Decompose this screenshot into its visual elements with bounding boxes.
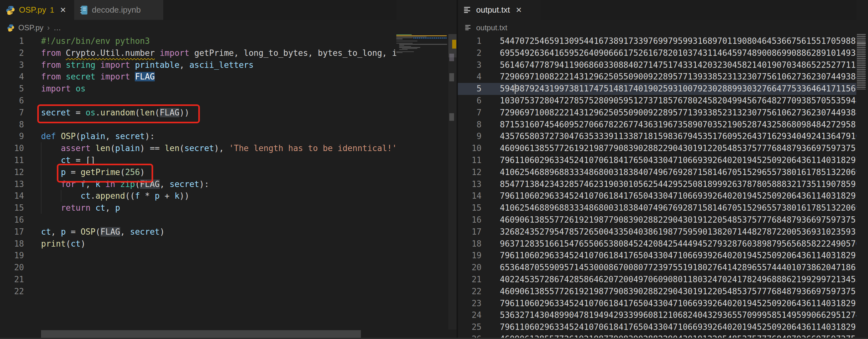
token: f <box>135 191 140 201</box>
code-line-19[interactable]: 19 <box>0 250 410 262</box>
line-content: 1030753728047278575280905951273718576780… <box>500 95 856 107</box>
left-tab-bar: OSP.py 1 ✕ decode.ipynb ⋯ <box>0 0 457 20</box>
output-line-8[interactable]: 8871531607454609527066782267743631967358… <box>458 119 856 131</box>
output-line-25[interactable]: 2579611060296334524107061841765043304710… <box>458 321 856 333</box>
line-content: 5363271430489904781949429339960812106824… <box>500 309 856 321</box>
token <box>95 60 100 70</box>
line-number: 25 <box>458 321 482 333</box>
output-line-16[interactable]: 1646090613855772619219877908390288229043… <box>458 214 856 226</box>
code-line-1[interactable]: 1#!/usr/bin/env python3 <box>0 35 410 47</box>
code-line-13[interactable]: 13 for f, k in zip(FLAG, secret): <box>0 178 410 191</box>
tab-label: decode.ipynb <box>92 5 141 15</box>
breadcrumb-file[interactable]: output.txt <box>476 23 507 32</box>
output-line-17[interactable]: 1732682435279547857265004335040386198775… <box>458 226 856 238</box>
output-line-12[interactable]: 1241062546889688333486800318384074967692… <box>458 167 856 178</box>
line-number: 15 <box>458 202 482 214</box>
overview-ruler[interactable] <box>448 34 457 330</box>
output-line-2[interactable]: 2695549263641659526409066617526167820103… <box>458 47 856 59</box>
code-line-5[interactable]: 5import os <box>0 83 410 95</box>
tab-output-txt[interactable]: output.txt ✕ <box>458 0 540 20</box>
line-content: 8715316074546095270667822677436319673589… <box>500 119 856 131</box>
minimap-line <box>399 47 420 47</box>
code-line-4[interactable]: 4from secret import FLAG <box>0 71 410 83</box>
line-number: 17 <box>0 226 24 238</box>
output-line-23[interactable]: 2379611060296334524107061841765043304710… <box>458 298 856 310</box>
line-number: 18 <box>458 238 482 250</box>
tab-decode-ipynb[interactable]: decode.ipynb <box>74 0 163 20</box>
minimap[interactable] <box>856 0 868 339</box>
token <box>91 143 96 153</box>
close-icon[interactable]: ✕ <box>516 6 522 14</box>
code-line-3[interactable]: 3from string import printable, ascii_let… <box>0 59 410 71</box>
line-number: 21 <box>458 274 482 286</box>
minimap[interactable] <box>396 0 457 339</box>
token: = <box>66 167 81 177</box>
token: ), <box>214 143 229 153</box>
line-number: 7 <box>458 107 482 119</box>
line-number: 6 <box>458 95 482 107</box>
tab-osp-py[interactable]: OSP.py 1 ✕ <box>0 0 74 20</box>
token <box>61 72 66 81</box>
output-line-22[interactable]: 2246090613855772619219877908390288229043… <box>458 286 856 298</box>
output-line-13[interactable]: 1385477138423432857462319030105625442952… <box>458 178 856 191</box>
line-content: 6536487055909571453000867008077239755191… <box>500 262 856 274</box>
token: FLAG <box>140 179 160 189</box>
code-editor-osp-py[interactable]: 1#!/usr/bin/env python32from Crypto.Util… <box>0 35 410 339</box>
text-editor-output-txt[interactable]: 1544707254659130954416738917339769979599… <box>458 35 856 339</box>
code-line-6[interactable]: 6 <box>0 95 410 107</box>
output-line-3[interactable]: 3561467477879411906860330884027147517433… <box>458 59 856 71</box>
token: OSP <box>81 227 95 237</box>
token <box>71 84 76 93</box>
code-line-20[interactable]: 20 <box>0 262 410 274</box>
token: ): <box>145 132 155 141</box>
output-line-1[interactable]: 1544707254659130954416738917339769979599… <box>458 35 856 47</box>
code-line-15[interactable]: 15 return ct, p <box>0 202 410 214</box>
code-line-14[interactable]: 14 ct.append((f * p + k)) <box>0 190 410 202</box>
token: p <box>155 191 160 201</box>
code-line-12[interactable]: 12 p = getPrime(256) <box>0 167 410 178</box>
code-line-9[interactable]: 9def OSP(plain, secret): <box>0 131 410 142</box>
token: f <box>81 179 86 189</box>
line-content: 4106254688968833348680031838407496769287… <box>500 167 856 178</box>
output-line-4[interactable]: 4729069710082221431296250550900922895771… <box>458 71 856 83</box>
output-line-9[interactable]: 9435765803727304763533391133871815983679… <box>458 131 856 142</box>
line-content: 7961106029633452410706184176504330471066… <box>500 155 856 167</box>
output-line-5[interactable]: 5594987924319973811747514817401902593100… <box>458 83 856 95</box>
code-line-10[interactable]: 10 assert len(plain) == len(secret), 'Th… <box>0 142 410 155</box>
line-number: 23 <box>458 298 482 310</box>
output-line-6[interactable]: 6103075372804727857528090595127371857678… <box>458 95 856 107</box>
code-line-21[interactable]: 21 <box>0 274 410 286</box>
output-line-18[interactable]: 1896371283516615476550653808452420842544… <box>458 238 856 250</box>
token: . <box>91 191 96 201</box>
code-line-18[interactable]: 18print(ct) <box>0 238 410 250</box>
output-line-11[interactable]: 1179611060296334524107061841765043304710… <box>458 155 856 167</box>
line-content: from string import printable, ascii_lett… <box>41 59 253 71</box>
code-line-2[interactable]: 2from Crypto.Util.number import getPrime… <box>0 47 410 59</box>
token: ( <box>179 143 184 153</box>
output-line-21[interactable]: 2140224535728674285864620720049706090801… <box>458 274 856 286</box>
line-content: return ct, p <box>41 202 120 214</box>
token: import <box>160 48 189 58</box>
code-line-7[interactable]: 7secret = os.urandom(len(FLAG)) <box>0 107 410 119</box>
output-line-10[interactable]: 1046090613855772619219877908390288229043… <box>458 142 856 155</box>
token: import <box>100 72 130 81</box>
token: . <box>95 108 100 117</box>
output-line-20[interactable]: 2065364870559095714530008670080772397551… <box>458 262 856 274</box>
breadcrumb: OSP.py › … <box>0 20 61 35</box>
output-line-14[interactable]: 1479611060296334524107061841765043304710… <box>458 190 856 202</box>
token: zip <box>120 179 135 189</box>
code-line-17[interactable]: 17ct, p = OSP(FLAG, secret) <box>0 226 410 238</box>
token: print <box>41 239 66 248</box>
line-content: 7961106029633452410706184176504330471066… <box>500 190 856 202</box>
output-line-24[interactable]: 2453632714304899047819494293399608121068… <box>458 309 856 321</box>
close-icon[interactable]: ✕ <box>60 6 66 14</box>
breadcrumb-tail[interactable]: … <box>54 23 61 32</box>
output-line-19[interactable]: 1979611060296334524107061841765043304710… <box>458 250 856 262</box>
code-line-11[interactable]: 11 ct = [] <box>0 155 410 167</box>
output-line-15[interactable]: 1541062546889688333486800318384074967692… <box>458 202 856 214</box>
code-line-16[interactable]: 16 <box>0 214 410 226</box>
output-line-7[interactable]: 7729069710082221431296250550900922895771… <box>458 107 856 119</box>
breadcrumb-file[interactable]: OSP.py <box>18 23 43 32</box>
code-line-22[interactable]: 22 <box>0 286 410 298</box>
code-line-8[interactable]: 8 <box>0 119 410 131</box>
